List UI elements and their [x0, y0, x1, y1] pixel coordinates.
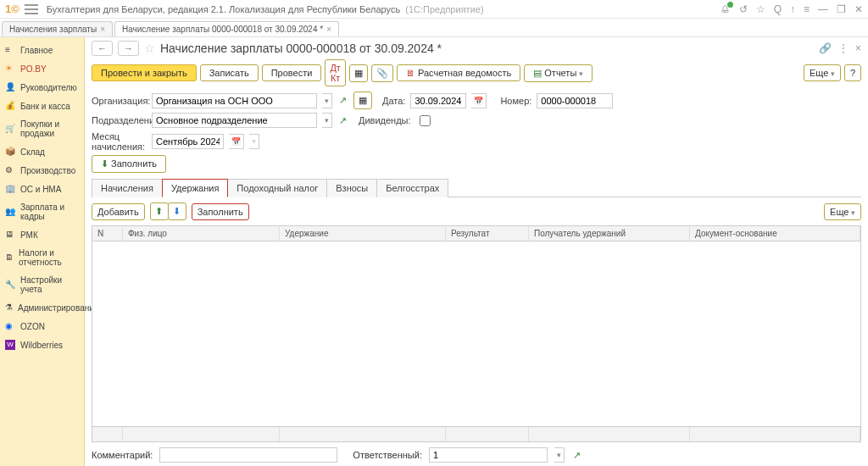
- sidebar-item-stock[interactable]: 📦Склад: [0, 142, 84, 161]
- dropdown-icon[interactable]: ▾: [322, 93, 332, 108]
- grid-more-button[interactable]: Еще: [824, 203, 861, 220]
- back-button[interactable]: ←: [92, 41, 113, 56]
- subtab-deductions[interactable]: Удержания: [162, 179, 228, 197]
- close-window-icon[interactable]: ✕: [854, 3, 863, 15]
- sidebar-item-tax[interactable]: 🗎Налоги и отчетность: [0, 244, 84, 271]
- fill-doc-button[interactable]: ⬇ Заполнить: [92, 155, 166, 173]
- bank-icon: 💰: [5, 101, 15, 111]
- number-input[interactable]: [537, 93, 613, 108]
- move-down-icon[interactable]: ⬇: [168, 202, 186, 220]
- structure-icon[interactable]: ▦: [349, 64, 368, 82]
- move-up-icon[interactable]: ⬆: [150, 202, 169, 220]
- close-doc-icon[interactable]: ×: [855, 42, 861, 54]
- close-icon[interactable]: ×: [100, 25, 105, 34]
- table-body[interactable]: [92, 241, 860, 426]
- sidebar: ≡Главное ☀PO.BY 👤Руководителю 💰Банк и ка…: [0, 37, 85, 466]
- link-icon[interactable]: 🔗: [819, 42, 832, 54]
- help-button[interactable]: ?: [844, 64, 861, 81]
- favorite-icon[interactable]: ☆: [756, 3, 765, 15]
- deductions-table[interactable]: N Физ. лицо Удержание Результат Получате…: [92, 225, 861, 442]
- maximize-icon[interactable]: ❐: [837, 3, 846, 15]
- reports-button[interactable]: ▤ Отчеты: [524, 64, 593, 82]
- sidebar-item-admin[interactable]: ⚗Администрирование: [0, 298, 84, 317]
- responsible-label: Ответственный:: [353, 450, 422, 460]
- sidebar-item-trade[interactable]: 🛒Покупки и продажи: [0, 115, 84, 142]
- ozon-icon: ◉: [5, 321, 15, 331]
- post-and-close-button[interactable]: Провести и закрыть: [92, 64, 197, 81]
- movements-icon[interactable]: ДтКт: [325, 59, 346, 86]
- history-icon[interactable]: ↺: [739, 3, 748, 15]
- comment-input[interactable]: [159, 447, 337, 463]
- open-icon[interactable]: ↗: [571, 450, 582, 461]
- home-icon: ≡: [5, 45, 15, 55]
- sidebar-item-rmk[interactable]: 🖥РМК: [0, 225, 84, 244]
- sidebar-item-manager[interactable]: 👤Руководителю: [0, 78, 84, 97]
- dropdown-icon[interactable]: ▾: [554, 447, 565, 463]
- calendar-icon[interactable]: 📅: [229, 134, 244, 149]
- sidebar-item-settings[interactable]: 🔧Настройки учета: [0, 271, 84, 298]
- tab-list[interactable]: Начисления зарплаты×: [2, 21, 113, 36]
- open-icon[interactable]: ↗: [337, 95, 348, 106]
- subtab-belgosstrakh[interactable]: Белгосстрах: [376, 179, 448, 197]
- col-result[interactable]: Результат: [446, 226, 529, 241]
- col-recipient[interactable]: Получатель удержаний: [529, 226, 690, 241]
- org-input[interactable]: [152, 93, 317, 108]
- tab-document[interactable]: Начисление зарплаты 0000-000018 от 30.09…: [114, 21, 339, 36]
- sidebar-item-assets[interactable]: 🏢ОС и НМА: [0, 180, 84, 198]
- col-deduction[interactable]: Удержание: [280, 226, 446, 241]
- open-icon[interactable]: ↗: [337, 115, 348, 126]
- subtab-income-tax[interactable]: Подоходный налог: [227, 179, 327, 197]
- table-header: N Физ. лицо Удержание Результат Получате…: [92, 226, 860, 241]
- person-icon: 👤: [5, 82, 15, 92]
- logo-1c: 1©: [5, 3, 19, 15]
- subtab-accruals[interactable]: Начисления: [92, 179, 163, 197]
- attach-icon[interactable]: 📎: [371, 64, 393, 82]
- sun-icon: ☀: [5, 64, 15, 74]
- sidebar-item-bank[interactable]: 💰Банк и касса: [0, 97, 84, 115]
- more-button[interactable]: Еще: [804, 64, 841, 81]
- building-icon: 🏢: [5, 184, 15, 194]
- date-input[interactable]: [410, 93, 466, 108]
- sidebar-item-production[interactable]: ⚙Производство: [0, 161, 84, 180]
- minimize-icon[interactable]: —: [818, 3, 828, 15]
- titlebar: 1© Бухгалтерия для Беларуси, редакция 2.…: [0, 0, 868, 19]
- more-icon[interactable]: ⋮: [838, 42, 849, 54]
- search-icon[interactable]: Q: [774, 3, 782, 15]
- box-icon: 📦: [5, 147, 15, 157]
- col-n[interactable]: N: [92, 226, 123, 241]
- pos-icon: 🖥: [5, 230, 15, 240]
- app-title: Бухгалтерия для Беларуси, редакция 2.1. …: [47, 4, 721, 14]
- close-icon[interactable]: ×: [326, 25, 331, 34]
- col-basis[interactable]: Документ-основание: [690, 226, 860, 241]
- menu2-icon[interactable]: ≡: [804, 3, 810, 15]
- sort-icon[interactable]: ↑: [790, 3, 795, 15]
- forward-button[interactable]: →: [118, 41, 139, 56]
- add-row-button[interactable]: Добавить: [92, 203, 145, 220]
- sidebar-item-salary[interactable]: 👥Зарплата и кадры: [0, 198, 84, 225]
- org-action-icon[interactable]: ▦: [353, 92, 372, 109]
- post-button[interactable]: Провести: [262, 64, 322, 81]
- fill-grid-button[interactable]: Заполнить: [192, 203, 249, 220]
- sidebar-item-wb[interactable]: WWildberries: [0, 336, 84, 354]
- people-icon: 👥: [5, 207, 15, 217]
- wb-icon: W: [5, 340, 15, 350]
- sidebar-item-ozon[interactable]: ◉OZON: [0, 317, 84, 336]
- menu-icon[interactable]: [25, 4, 38, 14]
- payslip-button[interactable]: 🗎 Расчетная ведомость: [397, 64, 520, 81]
- calendar-icon[interactable]: 📅: [471, 93, 487, 108]
- bell-icon[interactable]: 🕭: [721, 3, 731, 15]
- responsible-input[interactable]: [429, 447, 548, 463]
- star-icon[interactable]: ☆: [144, 42, 155, 55]
- subtab-contributions[interactable]: Взносы: [326, 179, 377, 197]
- write-button[interactable]: Записать: [200, 64, 259, 81]
- sidebar-item-main[interactable]: ≡Главное: [0, 41, 84, 59]
- month-label: Месяц начисления:: [92, 131, 147, 152]
- dropdown-icon[interactable]: ▾: [322, 113, 332, 128]
- col-person[interactable]: Физ. лицо: [123, 226, 280, 241]
- month-input[interactable]: [152, 134, 224, 149]
- stepper-icon[interactable]: ÷: [249, 134, 259, 149]
- sidebar-item-poby[interactable]: ☀PO.BY: [0, 59, 84, 78]
- dividends-checkbox[interactable]: [420, 115, 431, 126]
- division-input[interactable]: [152, 113, 317, 128]
- main-area: ← → ☆ Начисление зарплаты 0000-000018 от…: [85, 37, 868, 466]
